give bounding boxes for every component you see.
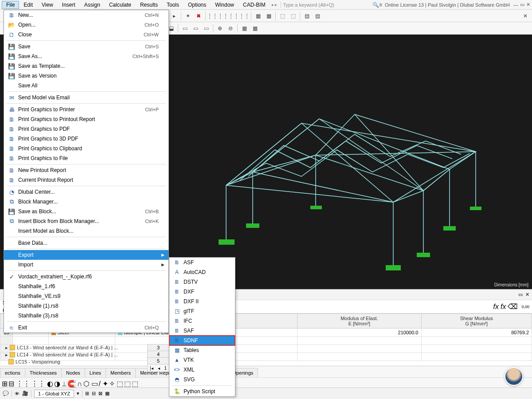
file-menu-item[interactable]: 🗎Current Printout Report xyxy=(4,175,168,185)
window-close-icon[interactable]: ✕ xyxy=(526,2,532,8)
menu-cadbim[interactable]: CAD-BIM xyxy=(239,1,270,9)
sb-generic-icon[interactable]: ▦ xyxy=(105,391,110,396)
tree-item[interactable]: ▸LC13 - Wind senkrecht zur Wand 4 (E-F-A… xyxy=(5,344,152,351)
file-menu-item[interactable]: 🖶Print Graphics to PrinterCtrl+P xyxy=(4,105,168,114)
tb-generic-icon[interactable]: ⋮⋮ xyxy=(229,11,239,21)
chevron-right-icon[interactable]: ▸ xyxy=(169,11,179,21)
tb-generic-icon[interactable]: ⋮⋮ xyxy=(31,379,45,388)
tb-generic-icon[interactable]: ▦ xyxy=(250,23,260,33)
tab-lines[interactable]: Lines xyxy=(85,368,106,377)
file-menu-item[interactable]: 💾SaveCtrl+S xyxy=(4,42,168,51)
panel-max-icon[interactable]: ▭ xyxy=(518,292,525,297)
tb-generic-icon[interactable]: ⋮⋮ xyxy=(16,379,30,388)
export-item-gltf[interactable]: ◳glTF xyxy=(169,306,235,316)
file-menu-item[interactable]: 💾Save As...Ctrl+Shift+S xyxy=(4,51,168,61)
tb-generic-icon[interactable]: ◐ xyxy=(47,379,53,388)
tb-generic-icon[interactable]: ✧ xyxy=(109,379,115,388)
tb-generic-icon[interactable]: ⋮⋮ xyxy=(218,11,228,21)
tb-generic-icon[interactable]: ⟂ xyxy=(62,380,66,388)
menu-assign[interactable]: Assign xyxy=(80,1,105,9)
menu-edit[interactable]: Edit xyxy=(19,1,37,9)
file-menu-item[interactable]: Import▶ xyxy=(4,260,168,270)
tb-generic-icon[interactable]: ⊟ xyxy=(8,379,14,388)
tb-star-icon[interactable]: ✶ xyxy=(183,11,193,21)
tb-generic-icon[interactable]: ⬡ xyxy=(83,379,90,388)
file-menu-item[interactable]: 🗎Print Graphics to Printout Report xyxy=(4,114,168,124)
file-menu-item[interactable]: ⧉Block Manager... xyxy=(4,197,168,207)
tb-generic-icon[interactable]: ▭ xyxy=(91,379,98,388)
tb-fx-icon[interactable]: fx xyxy=(493,303,499,311)
export-item-python-script[interactable]: 🐍Python Script xyxy=(169,387,235,396)
file-menu-item[interactable]: Base Data... xyxy=(4,238,168,248)
chevron-down-icon[interactable]: ▾ xyxy=(77,391,79,396)
coord-system[interactable]: 1 - Global XYZ xyxy=(34,390,74,398)
tab-members[interactable]: Members xyxy=(106,368,136,377)
tb-generic-icon[interactable]: ⬚ xyxy=(288,11,298,21)
tree-item[interactable]: LC15 - Vorspannung xyxy=(5,358,152,365)
menu-tools[interactable]: Tools xyxy=(162,1,184,9)
tb-generic-icon[interactable]: ⋮⋮ xyxy=(207,11,217,21)
tb-generic-icon[interactable]: ⊕ xyxy=(215,23,225,33)
export-item-svg[interactable]: ◓SVG xyxy=(169,375,235,384)
file-menu-item[interactable]: Stahlhalle (3).rs8 xyxy=(4,311,168,321)
tb-generic-icon[interactable]: ▤ xyxy=(302,11,312,21)
tb-snap-icon[interactable]: 🧲 xyxy=(67,379,76,388)
tb-close-icon[interactable]: ✕ xyxy=(520,11,530,21)
menu-overflow-icon[interactable]: ▸ ▸ xyxy=(270,2,279,7)
menu-calculate[interactable]: Calculate xyxy=(105,1,136,9)
export-item-vtk[interactable]: ▲VTK xyxy=(169,355,235,365)
sb-chat-icon[interactable]: 💬 xyxy=(3,391,9,396)
sb-eye-icon[interactable]: 👁 xyxy=(15,391,20,396)
file-menu-item[interactable]: Stahlhalle (1).rs8 xyxy=(4,301,168,311)
sb-generic-icon[interactable]: ⊟ xyxy=(92,391,96,396)
tb-fx-icon[interactable]: fx xyxy=(501,303,506,311)
tb-generic-icon[interactable]: ▭ xyxy=(191,23,200,33)
menu-file[interactable]: File xyxy=(2,1,19,9)
file-menu-item[interactable]: ⧉Insert Block from Block Manager...Ctrl+… xyxy=(4,216,168,226)
tab-sections[interactable]: ections xyxy=(0,368,25,377)
export-item-sdnf[interactable]: 🗎SDNF xyxy=(169,336,235,345)
file-menu-item[interactable]: ✉Send Model via Email xyxy=(4,93,168,102)
menu-insert[interactable]: Insert xyxy=(58,1,80,9)
tb-generic-icon[interactable]: ✦ xyxy=(102,379,108,388)
file-menu-item[interactable]: Vordach_extrahiert_-_Kopie.rf6 xyxy=(4,272,168,282)
file-menu-item[interactable]: 💾Save as Template... xyxy=(4,61,168,71)
window-restore-icon[interactable]: ▭ xyxy=(520,2,526,8)
tb-generic-icon[interactable]: ▭ xyxy=(180,23,190,33)
tb-generic-icon[interactable]: ⬚ xyxy=(124,379,131,388)
file-menu-item[interactable]: Export▶ xyxy=(4,250,168,260)
tab-thicknesses[interactable]: Thicknesses xyxy=(25,368,62,377)
export-item-asf[interactable]: 🗎ASF xyxy=(169,258,235,267)
col-E[interactable]: Modulus of Elast. E [N/mm²] xyxy=(297,314,421,329)
menu-results[interactable]: Results xyxy=(136,1,162,9)
export-item-ifc[interactable]: 🗎IFC xyxy=(169,316,235,326)
export-item-saf[interactable]: 🗎SAF xyxy=(169,326,235,336)
menu-options[interactable]: Options xyxy=(184,1,211,9)
file-menu-item[interactable]: 🗎Print Graphics to 3D PDF xyxy=(4,134,168,144)
file-menu-item[interactable]: Stahlhalle_VE.rs9 xyxy=(4,291,168,301)
nav-first-icon[interactable]: |◂ xyxy=(150,366,153,371)
file-menu-item[interactable]: 📂Open...Ctrl+O xyxy=(4,20,168,30)
tb-generic-icon[interactable]: ▭ xyxy=(201,23,211,33)
tb-generic-icon[interactable]: ◑ xyxy=(54,379,60,388)
menu-window[interactable]: Window xyxy=(211,1,239,9)
tb-clear-icon[interactable]: ⌫ xyxy=(508,302,518,311)
menu-view[interactable]: View xyxy=(37,1,58,9)
table-row[interactable] xyxy=(0,337,532,345)
file-menu-item[interactable]: 💾Save as Version xyxy=(4,71,168,81)
tb-generic-icon[interactable]: ⬚ xyxy=(117,379,123,388)
file-menu-item[interactable]: 🗎Print Graphics to PDF xyxy=(4,124,168,134)
tb-generic-icon[interactable]: ∩ xyxy=(77,380,82,388)
tb-generic-icon[interactable]: ⊞ xyxy=(2,379,8,388)
tb-generic-icon[interactable]: ▤ xyxy=(313,11,322,21)
window-min-icon[interactable]: — xyxy=(513,2,520,8)
tree-item[interactable]: ▸LC14 - Wind senkrecht zur Wand 4 (E-F-A… xyxy=(5,351,152,358)
export-item-dxf[interactable]: 🗎DXF xyxy=(169,287,235,297)
avatar[interactable] xyxy=(505,367,523,386)
tb-generic-icon[interactable]: ⬚ xyxy=(278,11,287,21)
file-menu-item[interactable]: 💾Save as Block...Ctrl+B xyxy=(4,207,168,216)
sb-camera-icon[interactable]: 🎥 xyxy=(22,391,28,396)
tb-x-icon[interactable]: ✖ xyxy=(194,11,203,21)
search-icon[interactable]: 🔍≡ xyxy=(372,2,385,8)
file-menu-item[interactable]: 🗎Print Graphics to Clipboard xyxy=(4,144,168,153)
